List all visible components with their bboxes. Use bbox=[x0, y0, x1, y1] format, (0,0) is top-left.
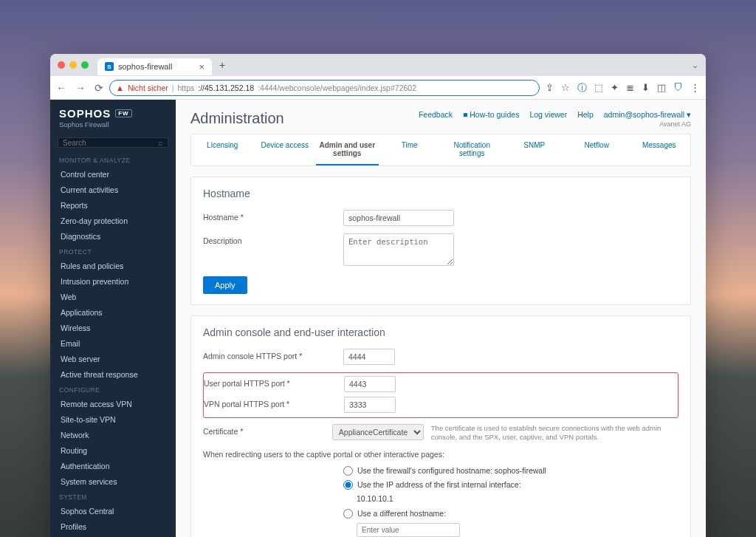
tab-admin-and-user-settings[interactable]: Admin and user settings bbox=[316, 134, 379, 165]
opt3-input[interactable] bbox=[357, 523, 460, 537]
sidebar-item-diagnostics[interactable]: Diagnostics bbox=[50, 228, 176, 244]
extension-icon-2[interactable]: ⬚ bbox=[594, 82, 603, 93]
tab-licensing[interactable]: Licensing bbox=[191, 134, 254, 165]
logviewer-link[interactable]: Log viewer bbox=[529, 110, 567, 119]
sidebar-item-hosts-and-services[interactable]: Hosts and services bbox=[50, 534, 176, 537]
tabs-row: LicensingDevice accessAdmin and user set… bbox=[190, 134, 691, 166]
window-controls bbox=[58, 61, 89, 69]
sidebar-item-active-threat-response[interactable]: Active threat response bbox=[50, 366, 176, 382]
sidebar-item-authentication[interactable]: Authentication bbox=[50, 458, 176, 473]
sidebar-item-web-server[interactable]: Web server bbox=[50, 351, 176, 366]
cert-select[interactable]: ApplianceCertificate bbox=[332, 424, 424, 440]
tab-netflow[interactable]: Netflow bbox=[566, 134, 628, 165]
user-port-label: User portal HTTPS port * bbox=[204, 376, 344, 388]
description-textarea[interactable] bbox=[343, 233, 454, 266]
opt1-radio[interactable] bbox=[343, 466, 353, 476]
sidebar-item-wireless[interactable]: Wireless bbox=[50, 320, 176, 335]
user-port-input[interactable] bbox=[344, 376, 396, 392]
admin-port-input[interactable] bbox=[343, 349, 395, 365]
sidebar-item-applications[interactable]: Applications bbox=[50, 304, 176, 320]
opt1-label: Use the firewall's configured hostname: … bbox=[357, 466, 546, 475]
menu-icon[interactable]: ⋮ bbox=[690, 82, 700, 93]
howto-link[interactable]: ■ How-to guides bbox=[463, 110, 519, 119]
sidebar-item-current-activities[interactable]: Current activities bbox=[50, 182, 176, 197]
share-icon[interactable]: ⇪ bbox=[546, 82, 554, 93]
sidebar-item-network[interactable]: Network bbox=[50, 427, 176, 442]
opt2-radio[interactable] bbox=[343, 480, 353, 490]
hostname-label: Hostname * bbox=[203, 210, 343, 222]
tab-time[interactable]: Time bbox=[379, 134, 441, 165]
bookmark-icon[interactable]: ☆ bbox=[561, 82, 570, 93]
extension-icon-4[interactable]: ◫ bbox=[657, 82, 666, 93]
tab-snmp[interactable]: SNMP bbox=[504, 134, 566, 165]
opt3-radio[interactable] bbox=[343, 509, 353, 519]
sidebar-item-web[interactable]: Web bbox=[50, 289, 176, 304]
search-icon[interactable]: ⌕ bbox=[158, 138, 163, 147]
brand-badge: FW bbox=[115, 109, 131, 117]
cert-label: Certificate * bbox=[203, 424, 332, 436]
maximize-window-icon[interactable] bbox=[81, 61, 89, 69]
company-label: Avanet AG bbox=[419, 120, 691, 128]
puzzle-icon[interactable]: ✦ bbox=[611, 82, 619, 93]
highlighted-ports: User portal HTTPS port * VPN portal HTTP… bbox=[203, 372, 678, 418]
minimize-window-icon[interactable] bbox=[69, 61, 77, 69]
sidebar-item-system-services[interactable]: System services bbox=[50, 473, 176, 489]
close-tab-icon[interactable]: × bbox=[199, 61, 205, 72]
back-button[interactable]: ← bbox=[56, 82, 66, 94]
sidebar-item-control-center[interactable]: Control center bbox=[50, 166, 176, 182]
sidebar-item-zero-day-protection[interactable]: Zero-day protection bbox=[50, 213, 176, 228]
sidebar-search[interactable]: ⌕ bbox=[58, 137, 168, 148]
opt2-ip: 10.10.10.1 bbox=[357, 494, 546, 503]
shield-icon[interactable]: ⛉ bbox=[673, 82, 683, 93]
tab-notification-settings[interactable]: Notification settings bbox=[441, 134, 504, 165]
browser-tab[interactable]: S sophos-firewall × bbox=[97, 58, 212, 75]
vpn-port-input[interactable] bbox=[344, 397, 396, 413]
browser-tab-bar: S sophos-firewall × + ⌄ bbox=[50, 54, 706, 76]
sidebar-item-rules-and-policies[interactable]: Rules and policies bbox=[50, 258, 176, 273]
extension-icon-3[interactable]: ≣ bbox=[626, 82, 634, 93]
help-link[interactable]: Help bbox=[577, 110, 594, 119]
tab-device-access[interactable]: Device access bbox=[254, 134, 317, 165]
hostname-panel-title: Hostname bbox=[203, 188, 678, 199]
sidebar-item-profiles[interactable]: Profiles bbox=[50, 519, 176, 534]
sidebar-item-email[interactable]: Email bbox=[50, 335, 176, 351]
admin-panel: Admin console and end-user interaction A… bbox=[190, 315, 691, 537]
admin-panel-title: Admin console and end-user interaction bbox=[203, 326, 678, 338]
sidebar: SOPHOS FW Sophos Firewall ⌕ MONITOR & AN… bbox=[50, 100, 176, 537]
url-input[interactable]: ▲ Nicht sicher | https://45.131.252.18:4… bbox=[109, 80, 540, 96]
sidebar-item-routing[interactable]: Routing bbox=[50, 442, 176, 458]
close-window-icon[interactable] bbox=[58, 61, 65, 69]
sidebar-item-reports[interactable]: Reports bbox=[50, 197, 176, 213]
browser-window: S sophos-firewall × + ⌄ ← → ⟳ ▲ Nicht si… bbox=[50, 54, 706, 537]
sidebar-section-header: SYSTEM bbox=[50, 489, 176, 503]
apply-button[interactable]: Apply bbox=[203, 276, 247, 294]
search-input[interactable] bbox=[63, 139, 148, 147]
sidebar-item-sophos-central[interactable]: Sophos Central bbox=[50, 503, 176, 519]
hostname-panel: Hostname Hostname * Description Apply bbox=[190, 177, 691, 305]
sidebar-item-remote-access-vpn[interactable]: Remote access VPN bbox=[50, 396, 176, 411]
tab-messages[interactable]: Messages bbox=[628, 134, 691, 165]
sidebar-item-intrusion-prevention[interactable]: Intrusion prevention bbox=[50, 273, 176, 289]
brand-name: SOPHOS bbox=[59, 107, 111, 120]
forward-button[interactable]: → bbox=[75, 82, 86, 94]
hostname-input[interactable] bbox=[343, 210, 454, 226]
vpn-port-label: VPN portal HTTPS port * bbox=[204, 397, 344, 408]
cert-help: The certificate is used to establish sec… bbox=[431, 424, 678, 442]
redirect-options: Use the firewall's configured hostname: … bbox=[343, 466, 546, 537]
tabs-dropdown-icon[interactable]: ⌄ bbox=[692, 61, 698, 70]
sidebar-section-header: CONFIGURE bbox=[50, 382, 176, 396]
opt2-label: Use the IP address of the first internal… bbox=[357, 480, 521, 489]
admin-port-label: Admin console HTTPS port * bbox=[203, 349, 343, 360]
brand-subtitle: Sophos Firewall bbox=[59, 120, 167, 129]
reload-button[interactable]: ⟳ bbox=[94, 82, 103, 94]
sidebar-item-site-to-site-vpn[interactable]: Site-to-site VPN bbox=[50, 411, 176, 427]
nav-buttons: ← → ⟳ bbox=[56, 82, 103, 94]
opt3-label: Use a different hostname: bbox=[357, 509, 446, 518]
extension-icon[interactable]: ⓘ bbox=[577, 81, 587, 95]
download-icon[interactable]: ⬇ bbox=[642, 82, 650, 93]
new-tab-button[interactable]: + bbox=[219, 59, 225, 71]
user-menu[interactable]: admin@sophos-firewall ▾ bbox=[604, 110, 691, 119]
feedback-link[interactable]: Feedback bbox=[419, 110, 453, 119]
url-host: ://45.131.252.18 bbox=[198, 83, 254, 92]
main-header: Administration Feedback ■ How-to guides … bbox=[176, 100, 706, 134]
